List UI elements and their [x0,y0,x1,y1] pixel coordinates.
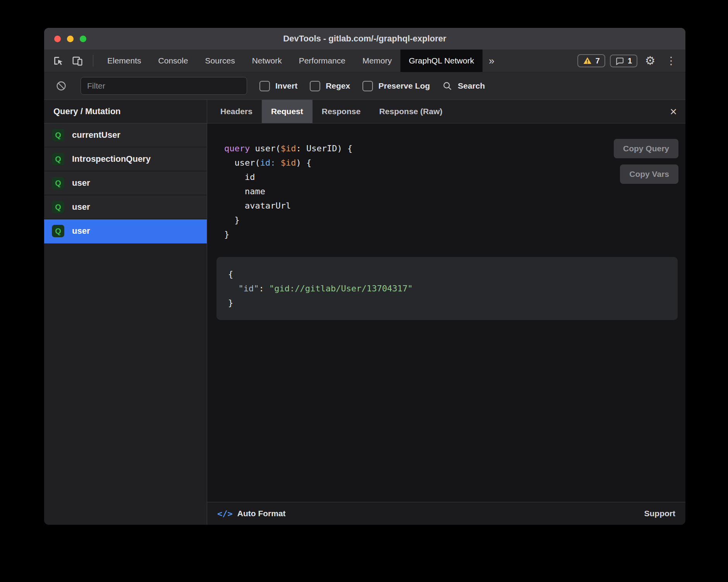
main-split: Query / Mutation Q currentUser Q Introsp… [44,100,685,525]
preserve-log-label: Preserve Log [378,81,430,91]
query-list-header: Query / Mutation [44,100,207,123]
message-count: 1 [628,56,632,65]
titlebar: DevTools - gitlab.com/-/graphql-explorer [44,28,685,50]
tab-graphql-network[interactable]: GraphQL Network [400,50,482,72]
query-item-label: IntrospectionQuery [72,154,151,164]
auto-format-button[interactable]: Auto Format [237,509,286,518]
preserve-log-checkbox-group[interactable]: Preserve Log [362,81,430,91]
tab-performance[interactable]: Performance [290,50,354,72]
kebab-glyph: ⋮ [666,56,676,66]
query-item-label: user [72,226,90,236]
query-type-badge: Q [52,153,64,165]
tab-sources[interactable]: Sources [197,50,244,72]
clear-filter-block-icon[interactable] [54,79,68,93]
query-list-item-introspectionquery[interactable]: Q IntrospectionQuery [44,147,207,171]
tab-label: Headers [220,107,252,116]
tab-console[interactable]: Console [150,50,197,72]
query-type-badge: Q [52,201,64,213]
preserve-log-checkbox[interactable] [362,81,373,91]
warnings-badge[interactable]: 7 [577,54,605,67]
query-list-item-user-1[interactable]: Q user [44,171,207,195]
request-detail-panel: Headers Request Response Response (Raw) … [207,100,685,525]
query-type-badge: Q [52,129,64,141]
issues-badge[interactable]: 1 [610,55,637,67]
tab-label: Request [271,107,303,116]
tab-response[interactable]: Response [312,100,370,123]
graphql-query-code: query user($id: UserID) { user(id: $id) … [224,141,678,241]
tab-label: Sources [205,56,235,65]
tabbar-left-icons [44,50,99,72]
device-toolbar-icon[interactable] [70,54,84,68]
search-button[interactable]: Search [442,81,485,91]
query-list-item-user-3-selected[interactable]: Q user [44,219,207,243]
minimize-window-button[interactable] [67,36,74,42]
search-label: Search [458,81,485,91]
code-format-icon: </> [217,509,233,519]
query-item-label: user [72,178,90,188]
inspect-element-icon[interactable] [51,54,65,68]
query-list-item-currentUser[interactable]: Q currentUser [44,123,207,147]
warning-count: 7 [596,56,600,65]
search-icon [442,81,452,91]
regex-label: Regex [326,81,350,91]
warning-icon [583,56,592,65]
close-detail-icon[interactable]: × [670,106,677,118]
query-type-badge: Q [52,225,64,237]
copy-vars-button[interactable]: Copy Vars [620,164,678,184]
devtools-window: DevTools - gitlab.com/-/graphql-explorer… [44,28,685,525]
tab-label: Console [158,56,188,65]
more-tabs-glyph: » [489,55,494,67]
tab-label: Response [322,107,361,116]
more-tabs-chevron-icon[interactable]: » [482,50,500,72]
regex-checkbox-group[interactable]: Regex [310,81,350,91]
tab-label: Performance [299,56,345,65]
tab-label: Network [252,56,282,65]
tab-memory[interactable]: Memory [354,50,400,72]
query-list-item-user-2[interactable]: Q user [44,195,207,219]
tab-elements[interactable]: Elements [99,50,150,72]
statusbar: </> Auto Format Support [207,502,685,525]
query-item-label: user [72,202,90,212]
devtools-tabbar: Elements Console Sources Network Perform… [44,50,685,72]
filter-toolbar: Invert Regex Preserve Log Search [44,72,685,100]
settings-gear-icon[interactable]: ⚙ [642,53,658,69]
close-window-button[interactable] [54,36,61,42]
tab-response-raw[interactable]: Response (Raw) [370,100,452,123]
tabbar-right-icons: 7 1 ⚙ ⋮ [577,50,685,72]
invert-checkbox[interactable] [259,81,270,91]
invert-label: Invert [275,81,297,91]
invert-checkbox-group[interactable]: Invert [259,81,297,91]
message-icon [615,56,624,65]
filter-input[interactable] [81,77,247,95]
query-list-panel: Query / Mutation Q currentUser Q Introsp… [44,100,207,525]
graphql-variables-code: { "id": "gid://gitlab/User/13704317"} [216,257,678,320]
regex-checkbox[interactable] [310,81,320,91]
zoom-window-button[interactable] [80,36,86,42]
kebab-menu-icon[interactable]: ⋮ [663,53,679,69]
tab-label: Response (Raw) [379,107,442,116]
gear-glyph: ⚙ [645,55,656,67]
tab-label: Memory [362,56,392,65]
tab-headers[interactable]: Headers [211,100,262,123]
traffic-lights [44,36,86,42]
request-detail-tabs: Headers Request Response Response (Raw) … [207,100,685,123]
query-type-badge: Q [52,177,64,189]
query-item-label: currentUser [72,130,120,140]
tab-network[interactable]: Network [244,50,290,72]
toolbar-divider [93,55,93,67]
support-link[interactable]: Support [644,509,675,518]
tab-request[interactable]: Request [262,100,312,123]
request-body: query user($id: UserID) { user(id: $id) … [207,123,685,502]
window-title: DevTools - gitlab.com/-/graphql-explorer [44,34,685,44]
tab-label: GraphQL Network [409,56,474,65]
copy-query-button[interactable]: Copy Query [614,139,678,158]
tab-label: Elements [107,56,141,65]
